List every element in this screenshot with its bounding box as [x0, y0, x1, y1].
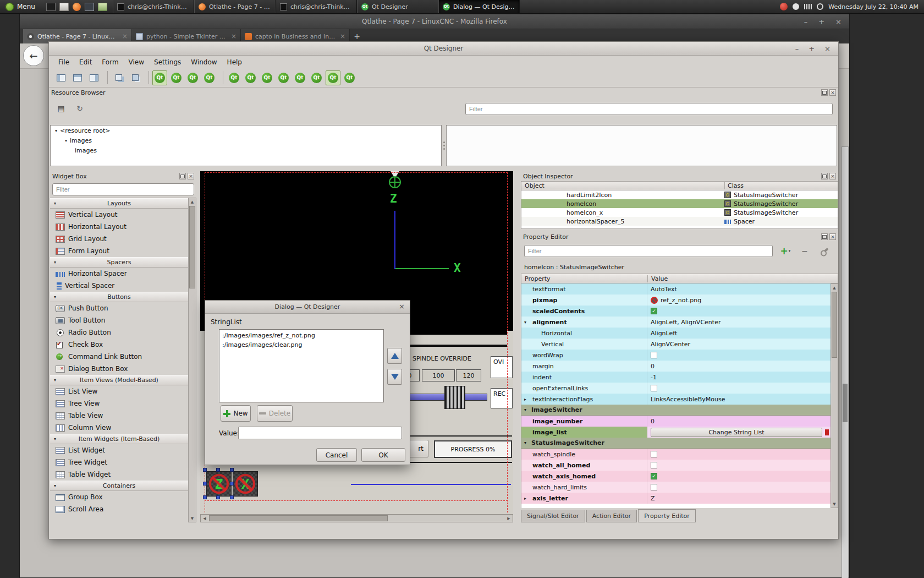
property-row-image-number[interactable]: image_number0 [521, 416, 831, 427]
menu-edit[interactable]: Edit [74, 57, 97, 67]
tab-property-editor[interactable]: Property Editor [638, 509, 696, 522]
expand-icon[interactable] [524, 496, 526, 501]
user-icon[interactable] [793, 3, 799, 10]
firefox-scrollbar[interactable] [842, 146, 849, 578]
property-row-watch-hard-limits[interactable]: watch_hard_limits [521, 482, 831, 493]
inspector-row[interactable]: horizontalSpacer_5Spacer [521, 217, 838, 226]
category-item-views-model-based[interactable]: Item Views (Model-Based) [50, 375, 188, 385]
property-section-imageswitcher[interactable]: ImageSwitcher [521, 405, 831, 416]
checkbox-unchecked-icon[interactable] [651, 484, 657, 490]
qt-button[interactable] [185, 70, 200, 85]
scroll-down-icon[interactable] [189, 515, 196, 522]
stringlist-item[interactable]: :/images/images/clear.png [219, 340, 383, 350]
selection-handle[interactable] [230, 468, 234, 472]
change-string-list-button[interactable]: Change String List [651, 428, 822, 437]
float-dock-icon[interactable] [179, 173, 186, 179]
menu-view[interactable]: View [124, 57, 149, 67]
scrollbar-thumb[interactable] [209, 515, 388, 521]
minimize-icon[interactable] [795, 45, 799, 53]
menu-help[interactable]: Help [222, 57, 247, 67]
close-icon[interactable] [824, 45, 831, 53]
selection-handle[interactable] [230, 482, 234, 486]
qt-button[interactable] [227, 70, 241, 85]
paste-widgets-button[interactable] [128, 70, 142, 85]
checkbox-unchecked-icon[interactable] [651, 451, 657, 457]
dock-left-button[interactable] [53, 70, 68, 85]
maximize-icon[interactable] [818, 18, 824, 26]
dock-right-button[interactable] [86, 70, 101, 85]
checkbox-checked-icon[interactable] [651, 473, 657, 479]
edit-resources-button[interactable] [54, 102, 68, 115]
float-dock-icon[interactable] [821, 173, 828, 179]
widget-item-horizontal-spacer[interactable]: Horizontal Spacer [50, 268, 188, 280]
expand-icon[interactable] [55, 128, 57, 133]
column-object[interactable]: Object [521, 182, 724, 189]
float-dock-icon[interactable] [821, 233, 828, 240]
checkbox-unchecked-icon[interactable] [651, 462, 657, 468]
qt-button[interactable] [276, 70, 291, 85]
dialog-titlebar[interactable]: Dialog — Qt Designer [205, 301, 410, 314]
close-icon[interactable] [835, 18, 842, 26]
category-containers[interactable]: Containers [50, 481, 188, 491]
property-row-scaledcontents[interactable]: scaledContents [521, 306, 831, 317]
close-dock-icon[interactable] [829, 89, 836, 96]
qt-button[interactable] [342, 70, 357, 85]
property-scrollbar[interactable] [831, 283, 838, 508]
menu-button[interactable]: Menu [0, 0, 41, 13]
terminal-launcher-icon[interactable] [46, 3, 56, 11]
scrollbar-thumb[interactable] [189, 206, 195, 288]
widget-item-group-box[interactable]: Group Box [50, 491, 188, 503]
stringlist-box[interactable]: :/images/images/ref_z_not.png:/images/im… [219, 329, 384, 402]
expand-icon[interactable] [524, 320, 526, 325]
window-button[interactable]: Dialog — Qt Designer [438, 0, 520, 13]
new-button[interactable]: New [221, 405, 251, 422]
widget-box-scrollbar[interactable] [188, 198, 196, 522]
remove-dynamic-property-button[interactable] [798, 245, 811, 257]
property-row-wordwrap[interactable]: wordWrap [521, 350, 831, 361]
cancel-button[interactable]: Cancel [316, 448, 357, 462]
qt-button[interactable] [202, 70, 217, 85]
widget-item-column-view[interactable]: Column View [50, 422, 188, 434]
shield-icon[interactable] [780, 3, 788, 10]
qt-button[interactable] [169, 70, 184, 85]
maximize-icon[interactable] [809, 45, 815, 53]
scroll-up-icon[interactable] [831, 284, 838, 291]
scroll-left-icon[interactable] [201, 515, 208, 522]
property-row-watch-axis-homed[interactable]: watch_axis_homed [521, 471, 831, 482]
tab-action-editor[interactable]: Action Editor [586, 510, 637, 522]
close-dock-icon[interactable] [829, 173, 836, 179]
configure-property-editor-button[interactable] [818, 245, 832, 257]
category-layouts[interactable]: Layouts [50, 198, 188, 209]
property-row-pixmap[interactable]: pixmapref_z_not.png [521, 295, 831, 306]
window-button[interactable]: chris@chris-ThinkPa... [113, 0, 194, 13]
widget-item-tree-view[interactable]: Tree View [50, 397, 188, 410]
scrollbar-thumb[interactable] [843, 384, 848, 422]
selection-handle[interactable] [203, 495, 207, 499]
checkbox-unchecked-icon[interactable] [651, 352, 657, 358]
tab-close-icon[interactable] [340, 32, 345, 40]
property-row-axis-letter[interactable]: axis_letterZ [521, 493, 831, 504]
float-dock-icon[interactable] [821, 89, 828, 96]
menu-form[interactable]: Form [97, 57, 123, 67]
scrollbar-thumb[interactable] [832, 292, 837, 358]
ref-x-image-widget[interactable]: X [233, 471, 258, 497]
property-row-alignment[interactable]: alignmentAlignLeft, AlignVCenter [521, 317, 831, 328]
add-dynamic-property-button[interactable] [777, 245, 794, 257]
widget-item-vertical-spacer[interactable]: Vertical Spacer [50, 280, 188, 292]
canvas-horizontal-scrollbar[interactable] [200, 514, 513, 522]
stringlist-item[interactable]: :/images/images/ref_z_not.png [219, 331, 383, 340]
scroll-right-icon[interactable] [505, 515, 513, 522]
property-row-vertical[interactable]: VerticalAlignVCenter [521, 339, 831, 350]
menu-window[interactable]: Window [186, 57, 222, 67]
qt-titlebar[interactable]: Qt Designer [49, 42, 838, 56]
category-buttons[interactable]: Buttons [50, 292, 188, 302]
property-row-textformat[interactable]: textFormatAutoText [521, 283, 831, 295]
move-up-button[interactable] [387, 348, 402, 364]
widget-item-list-widget[interactable]: List Widget [50, 444, 188, 456]
column-property[interactable]: Property [521, 275, 647, 282]
widget-item-dialog-button-box[interactable]: Dialog Button Box [50, 363, 188, 375]
dock-float-button[interactable] [70, 70, 85, 85]
selection-handle[interactable] [230, 495, 234, 499]
qt-button[interactable] [309, 70, 324, 85]
property-section-statusimageswitcher[interactable]: StatusImageSwitcher [521, 438, 831, 449]
